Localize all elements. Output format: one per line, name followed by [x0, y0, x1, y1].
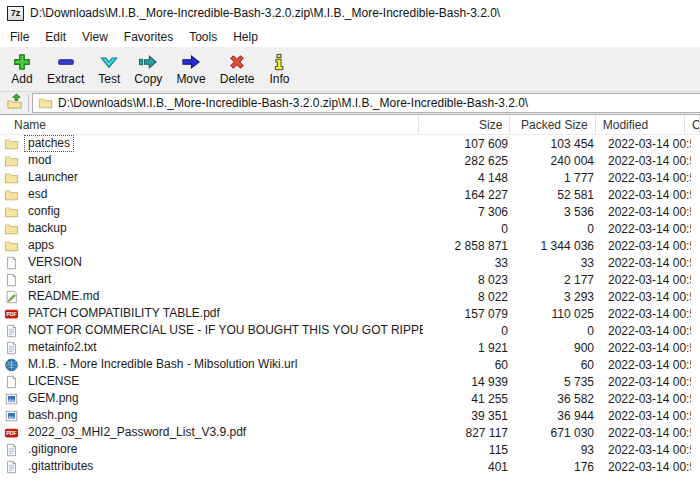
table-row[interactable]: NOT FOR COMMERCIAL USE - IF YOU BOUGHT T…	[0, 322, 700, 339]
copy-button[interactable]: Copy	[127, 48, 169, 90]
file-extra-cell	[691, 458, 700, 475]
file-modified: 2022-03-14 00:57	[601, 424, 691, 441]
file-extra-cell	[691, 322, 700, 339]
column-header-size[interactable]: Size	[419, 115, 510, 134]
file-extra-cell	[691, 135, 700, 152]
txt-icon	[3, 442, 19, 457]
file-size: 2 858 871	[423, 237, 515, 254]
file-packed-size: 0	[515, 220, 601, 237]
table-row[interactable]: PDFPATCH COMPATIBILITY TABLE.pdf157 0791…	[0, 305, 700, 322]
table-row[interactable]: patches107 609103 4542022-03-14 00:57	[0, 135, 700, 152]
folder-icon	[3, 238, 19, 253]
file-name: backup	[25, 221, 70, 236]
table-row[interactable]: LICENSE14 9395 7352022-03-14 00:57	[0, 373, 700, 390]
table-row[interactable]: apps2 858 8711 344 0362022-03-14 00:57	[0, 237, 700, 254]
folder-icon	[3, 187, 19, 202]
file-size: 8 022	[423, 288, 515, 305]
file-modified: 2022-03-14 00:57	[601, 288, 691, 305]
file-modified: 2022-03-14 00:57	[601, 254, 691, 271]
table-row[interactable]: .gitignore115932022-03-14 00:57	[0, 441, 700, 458]
column-header-packed-size[interactable]: Packed Size	[510, 115, 595, 134]
info-i-icon	[268, 53, 290, 71]
menu-item-favorites[interactable]: Favorites	[116, 28, 181, 46]
file-modified: 2022-03-14 00:57	[601, 169, 691, 186]
info-button[interactable]: Info	[261, 48, 297, 90]
file-name: M.I.B. - More Incredible Bash - Mibsolut…	[25, 357, 300, 372]
delete-button[interactable]: Delete	[213, 48, 262, 90]
menu-item-edit[interactable]: Edit	[37, 28, 74, 46]
file-name: 2022_03_MHI2_Password_List_V3.9.pdf	[25, 425, 249, 440]
extract-button[interactable]: Extract	[40, 48, 91, 90]
file-packed-size: 33	[515, 254, 601, 271]
file-packed-size: 1 344 036	[515, 237, 601, 254]
file-packed-size: 671 030	[515, 424, 601, 441]
table-row[interactable]: backup002022-03-14 00:57	[0, 220, 700, 237]
file-name-cell: apps	[0, 237, 423, 254]
file-name-cell: bash.png	[0, 407, 423, 424]
table-row[interactable]: GEM.png41 25536 5822022-03-14 00:57	[0, 390, 700, 407]
table-row[interactable]: README.md8 0223 2932022-03-14 00:57	[0, 288, 700, 305]
address-combobox[interactable]: D:\Downloads\M.I.B._More-Incredible-Bash…	[32, 93, 700, 113]
move-button[interactable]: Move	[169, 48, 212, 90]
toolbar-button-label: Delete	[220, 72, 255, 86]
file-packed-size: 5 735	[515, 373, 601, 390]
svg-text:PDF: PDF	[6, 430, 17, 436]
toolbar: AddExtractTestCopyMoveDeleteInfo	[0, 47, 700, 92]
table-row[interactable]: esd164 22752 5812022-03-14 00:57	[0, 186, 700, 203]
file-name-cell: start	[0, 271, 423, 288]
address-separator	[28, 94, 29, 112]
menu-item-file[interactable]: File	[2, 28, 37, 46]
file-modified: 2022-03-14 00:57	[601, 271, 691, 288]
file-packed-size: 93	[515, 441, 601, 458]
column-header-name[interactable]: Name	[0, 115, 419, 134]
file-size: 401	[423, 458, 515, 475]
file-modified: 2022-03-14 00:57	[601, 407, 691, 424]
file-name-cell: GEM.png	[0, 390, 423, 407]
file-name-cell: PDFPATCH COMPATIBILITY TABLE.pdf	[0, 305, 423, 322]
file-size: 14 939	[423, 373, 515, 390]
table-row[interactable]: config7 3063 5362022-03-14 00:57	[0, 203, 700, 220]
file-name: VERSION	[25, 255, 85, 270]
test-button[interactable]: Test	[91, 48, 127, 90]
txt-icon	[3, 323, 19, 338]
file-name-cell: M.I.B. - More Incredible Bash - Mibsolut…	[0, 356, 423, 373]
table-row[interactable]: Launcher4 1481 7772022-03-14 00:57	[0, 169, 700, 186]
table-row[interactable]: start8 0232 1772022-03-14 00:57	[0, 271, 700, 288]
file-extra-cell	[691, 288, 700, 305]
up-one-level-button[interactable]	[0, 92, 28, 114]
file-name: metainfo2.txt	[25, 340, 100, 355]
column-header-row: NameSizePacked SizeModifiedC	[0, 115, 700, 135]
file-extra-cell	[691, 169, 700, 186]
table-row[interactable]: mod282 625240 0042022-03-14 00:57	[0, 152, 700, 169]
table-row[interactable]: VERSION33332022-03-14 00:57	[0, 254, 700, 271]
menu-item-view[interactable]: View	[74, 28, 116, 46]
file-name: apps	[25, 238, 57, 253]
file-extra-cell	[691, 186, 700, 203]
add-button[interactable]: Add	[4, 48, 40, 90]
table-row[interactable]: metainfo2.txt1 9219002022-03-14 00:57	[0, 339, 700, 356]
delete-x-icon	[226, 53, 248, 71]
file-size: 4 148	[423, 169, 515, 186]
file-packed-size: 1 777	[515, 169, 601, 186]
folder-icon	[3, 170, 19, 185]
file-modified: 2022-03-14 00:57	[601, 220, 691, 237]
file-size: 827 117	[423, 424, 515, 441]
file-name: patches	[25, 136, 73, 151]
menu-item-help[interactable]: Help	[225, 28, 266, 46]
table-row[interactable]: PDF2022_03_MHI2_Password_List_V3.9.pdf82…	[0, 424, 700, 441]
file-modified: 2022-03-14 00:57	[601, 373, 691, 390]
file-packed-size: 900	[515, 339, 601, 356]
table-row[interactable]: bash.png39 35136 9442022-03-14 00:57	[0, 407, 700, 424]
file-name-cell: esd	[0, 186, 423, 203]
table-row[interactable]: .gitattributes4011762022-03-14 00:57	[0, 458, 700, 475]
column-header-modified[interactable]: Modified	[596, 115, 685, 134]
column-header-c[interactable]: C	[685, 115, 700, 134]
file-extra-cell	[691, 356, 700, 373]
menu-item-tools[interactable]: Tools	[181, 28, 225, 46]
file-packed-size: 60	[515, 356, 601, 373]
svg-text:PDF: PDF	[6, 311, 17, 317]
image-icon	[3, 408, 19, 423]
file-size: 0	[423, 220, 515, 237]
table-row[interactable]: M.I.B. - More Incredible Bash - Mibsolut…	[0, 356, 700, 373]
file-modified: 2022-03-14 00:57	[601, 458, 691, 475]
